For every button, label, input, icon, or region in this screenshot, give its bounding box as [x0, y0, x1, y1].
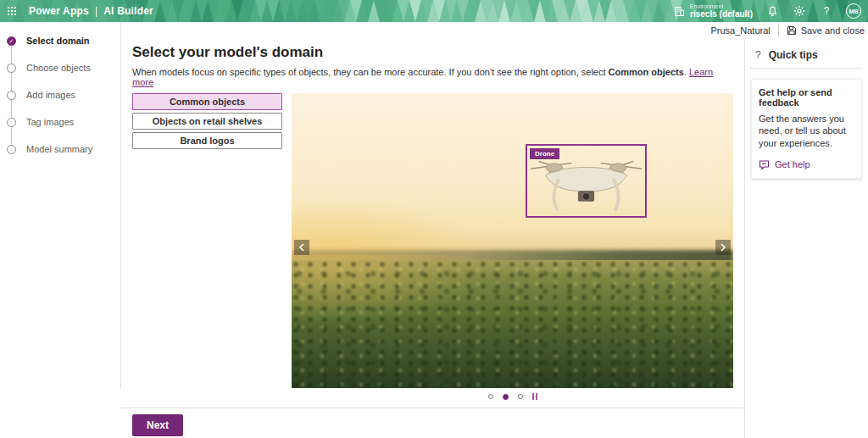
card-body: Get the answers you need, or tell us abo… [759, 113, 854, 149]
step-circle [7, 145, 16, 154]
title-separator: | [95, 5, 97, 17]
step-label: Select domain [26, 36, 90, 46]
chevron-left-icon [298, 242, 306, 252]
environment-name: risecls (default) [690, 9, 753, 19]
step-circle [7, 118, 16, 127]
module-name[interactable]: AI Builder [103, 5, 153, 17]
page-description: When models focus on specific types of o… [132, 67, 734, 87]
building-icon [674, 6, 685, 17]
question-mark-icon: ? [755, 49, 761, 61]
description-text: When models focus on specific types of o… [132, 67, 609, 77]
step-label: Tag images [26, 117, 74, 127]
domain-option-retail-shelves[interactable]: Objects on retail shelves [132, 113, 282, 130]
environment-picker[interactable]: Environment risecls (default) [674, 3, 753, 19]
document-toolbar: Prusa_Natural Save and close [710, 25, 865, 36]
carousel-pause-icon[interactable] [532, 393, 537, 400]
description-bold: Common objects [609, 67, 684, 77]
domain-options: Common objects Objects on retail shelves… [132, 93, 282, 149]
quick-tips-divider [750, 68, 863, 69]
step-label: Choose objects [26, 63, 91, 73]
help-icon[interactable]: ? [819, 3, 834, 19]
toolbar-divider [778, 25, 779, 36]
save-and-close-label: Save and close [801, 25, 865, 36]
app-name[interactable]: Power Apps [29, 5, 89, 17]
next-button[interactable]: Next [132, 414, 183, 436]
bounding-box-tag: Drone [530, 148, 559, 159]
drone-image [528, 151, 644, 216]
chevron-right-icon [719, 242, 727, 252]
stepper-item-choose-objects[interactable]: Choose objects [0, 63, 91, 73]
app-title: Power Apps | AI Builder [29, 5, 153, 17]
domain-option-common-objects[interactable]: Common objects [132, 93, 282, 110]
card-title: Get help or send feedback [759, 87, 854, 108]
carousel-previous-button[interactable] [294, 240, 309, 255]
environment-label: Environment [690, 3, 753, 10]
field-image-crop-texture [292, 261, 733, 388]
step-label: Model summary [26, 144, 92, 154]
waffle-menu-icon[interactable] [0, 0, 24, 22]
stepper-item-select-domain[interactable]: ✓ Select domain [0, 36, 90, 46]
settings-gear-icon[interactable] [792, 3, 807, 19]
step-circle [7, 91, 16, 100]
stepper-item-add-images[interactable]: Add images [0, 90, 75, 100]
step-check-icon: ✓ [7, 36, 16, 46]
stepper-item-model-summary[interactable]: Model summary [0, 144, 92, 154]
save-and-close-button[interactable]: Save and close [787, 25, 865, 36]
quick-tips-panel: ? Quick tips Get help or send feedback G… [744, 41, 868, 438]
notifications-bell-icon[interactable] [765, 3, 780, 19]
stepper-item-tag-images[interactable]: Tag images [0, 117, 74, 127]
page-title: Select your model's domain [132, 44, 323, 61]
save-icon [787, 25, 797, 36]
drone-bounding-box[interactable]: Drone [526, 144, 647, 218]
carousel-dots [292, 393, 733, 400]
get-help-label: Get help [775, 159, 810, 169]
carousel-dot-2-active[interactable] [503, 394, 509, 400]
help-feedback-card: Get help or send feedback Get the answer… [751, 79, 862, 179]
stepper-sidebar: ✓ Select domain Choose objects Add image… [0, 22, 121, 388]
quick-tips-title: Quick tips [769, 49, 818, 61]
footer-divider [121, 408, 744, 408]
top-header: Power Apps | AI Builder Environment rise… [0, 0, 868, 22]
step-label: Add images [26, 90, 75, 100]
avatar[interactable]: MB [846, 3, 861, 19]
sample-image-carousel: Drone [292, 93, 733, 388]
domain-option-brand-logos[interactable]: Brand logos [132, 132, 282, 149]
get-help-link[interactable]: Get help [759, 159, 854, 170]
step-circle [7, 64, 16, 73]
carousel-dot-1[interactable] [488, 394, 493, 399]
carousel-dot-3[interactable] [518, 394, 523, 399]
feedback-icon [759, 159, 770, 170]
app-window: Power Apps | AI Builder Environment rise… [0, 0, 868, 438]
carousel-next-button[interactable] [715, 240, 731, 255]
model-name: Prusa_Natural [710, 25, 770, 36]
